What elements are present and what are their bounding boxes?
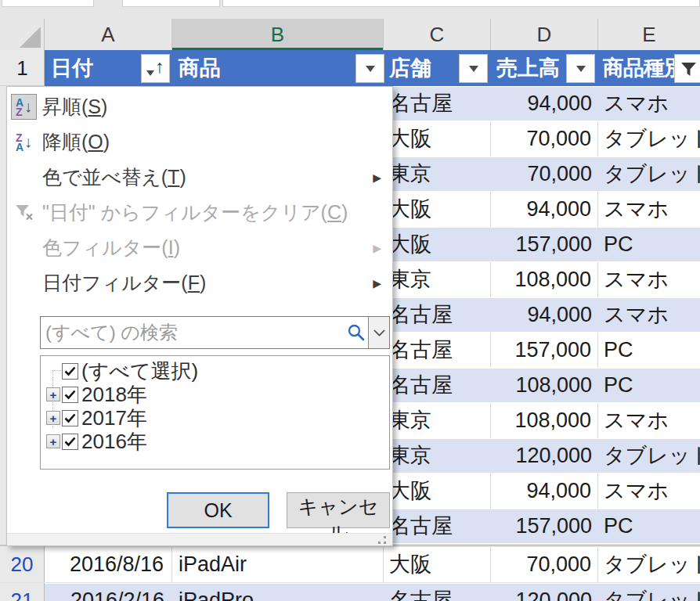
expand-plus-icon[interactable]: + [46,387,60,401]
submenu-arrow-icon: ▶ [373,171,381,184]
filter-value-list: (すべて選択) + 2018年 + [40,355,390,470]
select-all-triangle-icon [20,27,41,48]
column-header-c[interactable]: C [384,19,491,50]
select-all-corner[interactable] [0,19,45,50]
store-cell: 大阪 [384,121,491,157]
store-cell: 名古屋 [384,368,491,403]
dropdown-icon [469,66,478,72]
excel-autofilter-screen: { "sheet": { "columns": ["A", "B", "C", … [0,0,700,601]
type-cell: タブレット [598,438,700,473]
filter-tree-item[interactable]: (すべて選択) [41,359,389,383]
type-cell: スマホ [598,262,700,297]
column-header-e[interactable]: E [598,19,700,50]
search-dropdown-button[interactable] [368,317,389,348]
sales-cell: 94,000 [491,192,598,227]
sort-descending-icon: ZA↓ [16,133,32,152]
type-cell: スマホ [598,192,700,227]
search-icon [345,323,368,342]
filter-button-sales[interactable] [566,54,595,83]
filter-menu-item[interactable]: "日付" からフィルターをクリア(C) [7,195,392,230]
filter-tree-item[interactable]: + 2017年 [41,406,389,430]
date-cell: 2016/2/16 [45,583,172,601]
table-row[interactable]: 21 2016/2/16 iPadPro 名古屋 120,000 タブレット [0,583,700,601]
row-number-1[interactable]: 1 [0,50,45,86]
sales-cell: 108,000 [491,403,598,438]
product-cell: iPadAir [172,547,384,582]
resize-grip[interactable] [7,533,392,545]
sales-cell: 70,000 [491,547,598,582]
ok-button[interactable]: OK [167,492,269,528]
store-cell: 名古屋 [384,333,491,368]
header-cell-store: 店舗 [389,50,431,86]
type-cell: PC [598,509,700,544]
funnel-filter-icon [680,62,697,77]
table-body-bottom: 20 2016/8/16 iPadAir 大阪 70,000 タブレット 21 … [0,547,700,601]
filter-button-product[interactable] [355,54,384,83]
type-cell: スマホ [598,297,700,333]
filter-button-type[interactable] [674,54,700,83]
menu-item-label: "日付" からフィルターをクリア(C) [42,200,348,225]
filter-menu-item[interactable]: 色フィルター(I) ▶ [7,230,392,265]
menu-icon-slot: ZA↓ [11,129,37,155]
sales-cell: 157,000 [491,333,598,368]
filter-menu-item[interactable]: AZ↓ 昇順(S) [7,89,392,124]
store-cell: 名古屋 [384,509,491,544]
filter-tree-item[interactable]: + 2018年 [41,383,389,406]
sales-cell: 108,000 [491,368,598,403]
filter-search-input[interactable] [41,322,345,344]
expand-plus-icon[interactable]: + [46,434,60,448]
expand-plus-icon[interactable]: + [46,411,60,425]
chevron-down-icon [373,329,385,336]
submenu-arrow-icon: ▶ [373,277,381,290]
menu-icon-slot [11,164,37,190]
filter-button-store[interactable] [459,54,488,83]
cancel-button[interactable]: キャンセル [287,492,390,528]
menu-icon-slot [11,200,37,225]
table-row[interactable]: 20 2016/8/16 iPadAir 大阪 70,000 タブレット [0,547,700,583]
date-cell: 2016/8/16 [45,547,172,582]
insert-function-edge[interactable] [122,0,220,7]
store-cell: 大阪 [384,547,491,582]
column-header-a[interactable]: A [45,19,172,50]
filter-button-date[interactable]: ↑ [141,54,170,83]
store-cell: 東京 [384,262,491,297]
resize-grip-dots-icon [384,536,386,538]
menu-icon-slot [11,235,37,261]
menu-item-label: 昇順(S) [42,94,107,120]
column-headers: A B C D E [0,19,700,50]
name-box-edge[interactable] [2,0,94,7]
store-cell: 大阪 [384,227,491,262]
filter-menu-item[interactable]: 色で並べ替え(T) ▶ [7,160,392,195]
type-cell: PC [598,333,700,368]
clear-filter-icon [15,204,34,221]
autofilter-dropdown: AZ↓ 昇順(S) ZA↓ 降順(O) [6,86,393,546]
type-cell: タブレット [598,583,700,601]
menu-item-label: 日付フィルター(F) [42,270,206,296]
row-number[interactable]: 20 [0,547,45,582]
filter-menu: AZ↓ 昇順(S) ZA↓ 降順(O) [7,89,392,300]
checkbox-icon[interactable] [62,387,78,403]
column-header-b[interactable]: B [172,19,384,50]
sales-cell: 94,000 [491,297,598,333]
row-number[interactable]: 21 [0,583,45,601]
submenu-arrow-icon: ▶ [373,242,381,254]
checkbox-icon[interactable] [62,410,78,426]
checkbox-icon[interactable] [62,434,78,450]
store-cell: 大阪 [384,192,491,227]
header-cell-product: 商品 [179,50,221,86]
type-cell: タブレット [598,121,700,157]
formula-bar-edge[interactable] [222,0,700,7]
store-cell: 名古屋 [384,86,491,121]
store-cell: 東京 [384,157,491,192]
filter-tree-item[interactable]: + 2016年 [41,430,389,453]
column-header-d[interactable]: D [491,19,598,50]
checkbox-icon[interactable] [62,363,78,380]
header-cell-sales: 売上高 [496,50,560,86]
sales-cell: 70,000 [491,157,598,192]
sort-ascending-icon: AZ↓ [16,98,32,117]
dropdown-icon [366,66,375,72]
filter-menu-item[interactable]: ZA↓ 降順(O) [7,124,392,160]
filter-menu-item[interactable]: 日付フィルター(F) ▶ [7,265,392,300]
store-cell: 名古屋 [384,583,491,601]
type-cell: タブレット [598,157,700,192]
